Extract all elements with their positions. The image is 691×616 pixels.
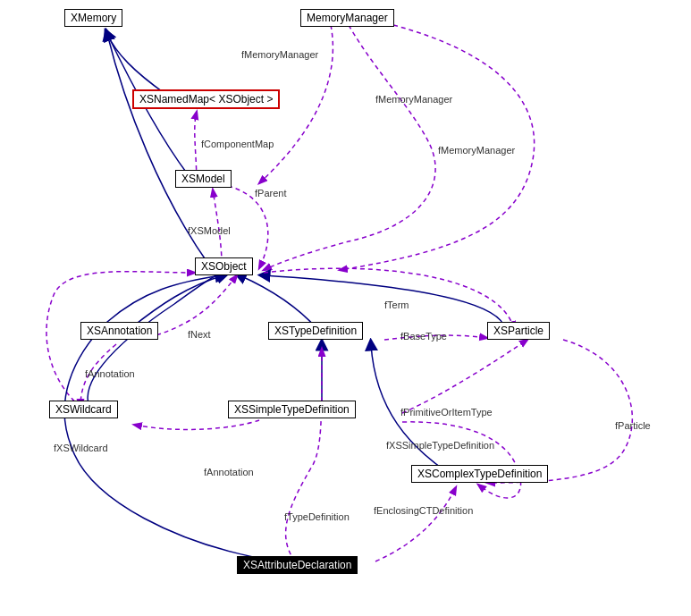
label-fbasetype: fBaseType (400, 331, 447, 342)
diagram-svg (0, 0, 691, 616)
node-xstypedefinition: XSTypeDefinition (268, 322, 363, 340)
node-xswildcard: XSWildcard (49, 401, 118, 418)
node-xsattributedeclaration: XSAttributeDeclaration (237, 556, 358, 574)
label-fxswildcard: fXSWildcard (54, 443, 108, 453)
label-fxssimpletypedefinition: fXSSimpleTypeDefinition (386, 440, 494, 451)
label-fenclosingctdefinition: fEnclosingCTDefinition (374, 505, 473, 516)
node-xsmodel: XSModel (175, 170, 232, 188)
node-memorymanager: MemoryManager (300, 9, 394, 27)
node-xsnamedmap: XSNamedMap< XSObject > (132, 89, 280, 109)
node-xsannotation: XSAnnotation (80, 322, 158, 340)
node-xsparticle: XSParticle (487, 322, 550, 340)
label-fmemorymanager-2: fMemoryManager (375, 94, 452, 105)
label-fannotation-2: fAnnotation (204, 467, 254, 477)
label-fterm: fTerm (384, 300, 409, 310)
node-xssimpletypedefinition: XSSimpleTypeDefinition (228, 401, 356, 418)
label-fcomponentmap: fComponentMap (201, 139, 274, 149)
node-xmemory: XMemory (64, 9, 122, 27)
label-fxsmodel: fXSModel (188, 225, 231, 236)
label-ftypedefinition: fTypeDefinition (284, 511, 350, 522)
node-xsobject: XSObject (195, 257, 253, 275)
label-fprimitiveoritemtype: fPrimitiveOrItemType (400, 407, 493, 418)
node-xscomplextypedefinition: XSComplexTypeDefinition (411, 465, 548, 483)
label-fmemorymanager-1: fMemoryManager (241, 49, 318, 60)
label-fnext: fNext (188, 329, 211, 340)
label-fparticle: fParticle (615, 420, 651, 431)
label-fannotation-1: fAnnotation (85, 368, 135, 379)
diagram-container: XMemory MemoryManager XSNamedMap< XSObje… (0, 0, 691, 616)
label-fmemorymanager-3: fMemoryManager (438, 145, 515, 156)
label-fparent: fParent (255, 188, 286, 198)
